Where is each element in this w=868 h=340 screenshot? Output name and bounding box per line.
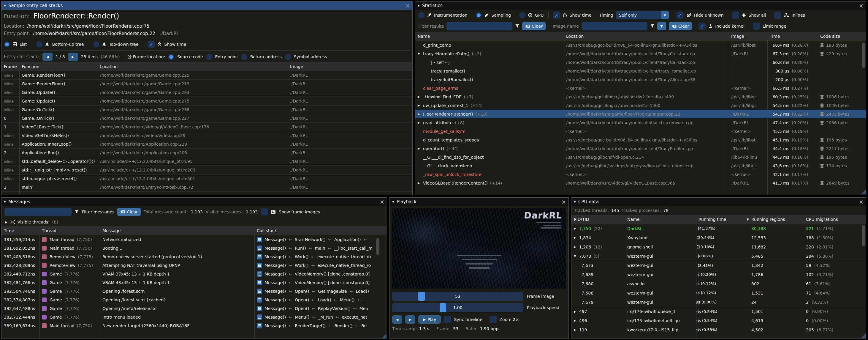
show-time-label[interactable]: Show time: [164, 42, 186, 47]
message-filter-input[interactable]: [4, 208, 71, 216]
callstack-list-icon[interactable]: [257, 289, 262, 294]
hide-unknown-label[interactable]: Hide unknown: [694, 13, 724, 18]
stats-row[interactable]: tracy::rpmalloc()/home/wolf/darkrl/contr…: [415, 66, 866, 75]
sync-timeline-label[interactable]: Sync timeline: [454, 317, 482, 322]
callstack-row[interactable]: inlineVideo::GetTicksHiRes()/home/wolf/d…: [1, 131, 412, 140]
radio-source-code[interactable]: [168, 54, 174, 60]
expand-arrow-icon[interactable]: ▶: [574, 245, 579, 249]
stats-row[interactable]: ▶operator()(+44)/home/wolf/darkrl/contri…: [415, 144, 866, 153]
expand-arrow-icon[interactable]: ▶: [418, 121, 423, 124]
radio-entry-point[interactable]: [206, 54, 212, 60]
scrollbar-thumb[interactable]: [862, 42, 865, 68]
cpu-row[interactable]: ▶1,206(12)gnome-shell4.64 s (19.10%)11,6…: [571, 242, 866, 251]
callstack-row[interactable]: inlineGame::Update()/home/wolf/darkrl/sr…: [1, 88, 412, 97]
collapse-icon[interactable]: ▼: [392, 200, 394, 203]
expand-arrow-icon[interactable]: ▶: [574, 236, 579, 239]
stats-row[interactable]: [ - self - ]/home/wolf/darkrl/contrib/tr…: [415, 58, 866, 66]
clear-messages-filter-button[interactable]: Clear: [117, 208, 141, 216]
sort-desc-icon[interactable]: ▼: [747, 218, 749, 221]
callstack-list-icon[interactable]: [257, 323, 262, 329]
play-button[interactable]: ▶ Play: [418, 315, 441, 324]
stats-row[interactable]: ▶uw_update_context_1(+14)/usr/src/debug/…: [415, 101, 866, 110]
expand-threads-icon[interactable]: ▶: [5, 221, 7, 224]
callstack-row[interactable]: 3main/home/wolf/darkrl/src/EntryPointPos…: [1, 183, 412, 192]
show-frame-images-label[interactable]: Show frame images: [279, 209, 320, 214]
visible-threads-label[interactable]: Visible threads:: [18, 220, 50, 224]
expand-arrow-icon[interactable]: ▶: [574, 310, 579, 313]
timing-combo[interactable]: Self only ▼: [616, 11, 669, 19]
cpu-row[interactable]: 7,689wezterm-gui49.46 ms (0.20%)1,786102…: [571, 270, 866, 279]
hide-unknown-checkbox[interactable]: [677, 11, 684, 19]
callstack-list-icon[interactable]: [257, 271, 262, 277]
collapse-arrow-icon[interactable]: ▼: [574, 254, 579, 258]
cpu-row[interactable]: 7,688wezterm-gui28.93 ms (0.12%)1,53171(…: [571, 288, 866, 298]
sampling-label[interactable]: Sampling: [491, 13, 511, 18]
zoom-2x-label[interactable]: Zoom 2×: [500, 317, 519, 322]
stats-show-time-label[interactable]: Show time: [570, 13, 592, 18]
funnel-icon[interactable]: [74, 210, 79, 214]
cpu-row[interactable]: ▼7,673(5)wezterm-gui2.15 s (8.86%)5,4852…: [571, 251, 866, 261]
close-icon[interactable]: ×: [561, 199, 566, 205]
expand-arrow-icon[interactable]: ▶: [418, 104, 423, 107]
cpu-row[interactable]: ▶119kworker/u17:0+i915_flip127.48 ms (0.…: [571, 325, 866, 334]
mode-top-down-label[interactable]: Top-down tree: [109, 42, 138, 47]
callstack-row[interactable]: inlinestd::default_delete<>::operator()(…: [1, 157, 412, 166]
image-name-dropdown-button[interactable]: ▼: [657, 22, 666, 30]
clear-filter-button[interactable]: Clear: [522, 22, 546, 30]
prev-callstack-button[interactable]: ◀: [42, 53, 53, 61]
scrollbar-thumb[interactable]: [862, 225, 865, 246]
next-callstack-button[interactable]: ▶: [68, 53, 78, 61]
resize-grip[interactable]: [861, 334, 866, 338]
stats-row[interactable]: __GI___clock_nanosleep/usr/src/debug/gli…: [415, 161, 866, 170]
mode-list-label[interactable]: List: [20, 42, 27, 47]
callstack-row[interactable]: inlineGame::Update()/home/wolf/darkrl/sr…: [1, 97, 412, 106]
frame-loc-source-code[interactable]: Source code: [177, 54, 203, 59]
callstack-row[interactable]: inlinestd::__uniq_ptr_impl<>::reset()/us…: [1, 166, 412, 174]
resize-grip[interactable]: [861, 190, 866, 194]
message-row[interactable]: 382,504,746nsGame(7,776)Opening /forest.…: [1, 287, 387, 295]
collapse-arrow-icon[interactable]: ▼: [418, 52, 423, 55]
expand-arrow-icon[interactable]: ▶: [574, 319, 579, 322]
frame-loc-return-address[interactable]: Return address: [250, 54, 282, 59]
close-icon[interactable]: ×: [380, 199, 384, 205]
expand-arrow-icon[interactable]: ▶: [418, 181, 423, 185]
callstack-list-icon[interactable]: [257, 263, 262, 268]
callstack-row[interactable]: inlineGame::RenderFloor()/home/wolf/dark…: [1, 80, 412, 88]
clear-image-name-button[interactable]: Clear: [669, 22, 692, 30]
expand-arrow-icon[interactable]: ▶: [574, 227, 579, 230]
funnel-icon[interactable]: [650, 24, 655, 28]
close-icon[interactable]: ×: [859, 3, 864, 9]
include-kernel-label[interactable]: Include kernel: [715, 24, 745, 29]
cpu-row[interactable]: ▶497irq/176-iwlwifi:queue_1132.15 ms (0.…: [571, 307, 866, 316]
message-row[interactable]: 381,559,214nsMain thread(7,750)Network i…: [1, 235, 387, 244]
gpu-label[interactable]: GPU: [535, 13, 544, 18]
message-row[interactable]: 382,408,518nsRemoteView(7,775)Remote vie…: [1, 252, 387, 261]
mode-bottom-up-label[interactable]: Bottom-up tree: [52, 42, 84, 47]
radio-instrumentation[interactable]: [418, 12, 425, 19]
instrumentation-label[interactable]: Instrumentation: [434, 13, 467, 18]
message-row[interactable]: 382,481,766nsGame(7,776)VRAM 43x45: 15 +…: [1, 278, 387, 287]
callstack-list-icon[interactable]: [257, 314, 262, 320]
message-row[interactable]: 389,169,674nsMain thread(7,750)New rende…: [1, 321, 387, 330]
playback-speed-slider[interactable]: 1.00: [392, 303, 523, 312]
message-row[interactable]: 382,449,712nsGame(7,776)VRAM 37x45: 13 +…: [1, 270, 387, 278]
message-row[interactable]: 382,574,807nsGame(7,776)Opening /forest.…: [1, 295, 387, 304]
radio-symbol-address[interactable]: [285, 54, 291, 60]
stats-row[interactable]: d_print_comp/usr/src/debug/gcc-build/x86…: [415, 41, 866, 49]
scrollbar-thumb[interactable]: [376, 238, 379, 255]
message-row[interactable]: 381,692,052nsMain thread(7,750)Booting..…: [1, 244, 387, 252]
stats-row[interactable]: ▶_Unwind_Find_FDE(+7)/usr/src/debug/gcc/…: [415, 92, 866, 101]
radio-top-down-tree[interactable]: [93, 41, 99, 48]
expand-arrow-icon[interactable]: ▶: [418, 95, 423, 98]
cpu-row[interactable]: ▶7,750(22)DarkRL10.04 s (41.37%)30,38852…: [571, 224, 866, 233]
radio-list[interactable]: [4, 41, 10, 48]
stats-row[interactable]: __GI___dl_find_dso_for_object/usr/src/de…: [415, 153, 866, 161]
callstack-list-icon[interactable]: [257, 306, 262, 311]
cpu-row[interactable]: 7,680async-io29.02 ms (0.12%)80261(7.61%…: [571, 279, 866, 288]
callstack-row[interactable]: inlineGame::OnTick()/home/wolf/darkrl/sr…: [1, 106, 412, 114]
callstack-list-icon[interactable]: [257, 237, 262, 242]
inlines-label[interactable]: Inlines: [792, 13, 805, 18]
stats-row[interactable]: ▶read_attribute(+8)/home/wolf/darkrl/con…: [415, 118, 866, 127]
stats-show-time-checkbox[interactable]: [553, 11, 560, 19]
funnel-icon[interactable]: [515, 24, 520, 28]
